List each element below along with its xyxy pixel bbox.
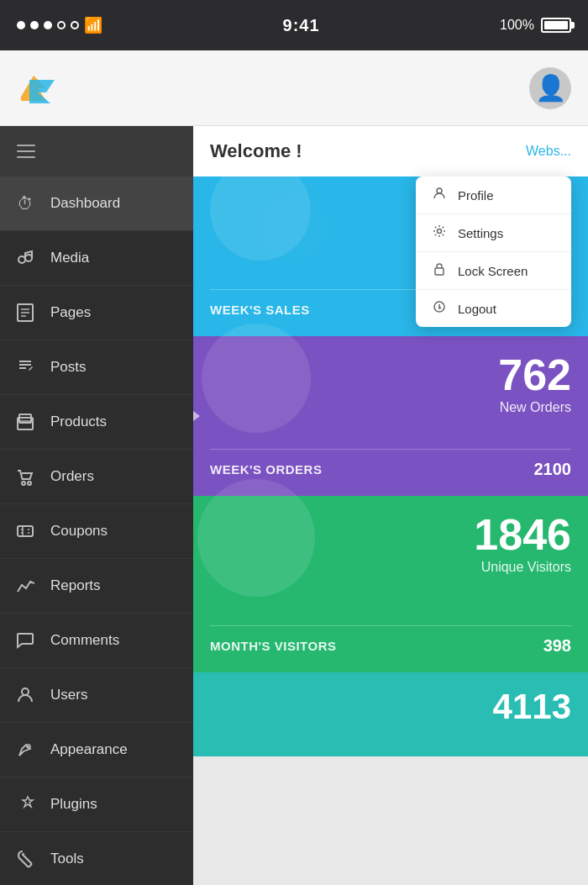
website-link[interactable]: Webs... [526, 144, 571, 159]
profile-icon [431, 187, 448, 203]
sidebar-item-tools[interactable]: Tools [0, 832, 193, 885]
sidebar-item-products[interactable]: Products [0, 395, 193, 450]
sidebar-item-coupons[interactable]: Coupons [0, 504, 193, 559]
deco-circle-3 [202, 324, 311, 433]
svg-point-15 [28, 482, 31, 485]
logo [17, 71, 59, 105]
signal-dot-5 [71, 21, 79, 29]
dashboard-icon: ⏱ [13, 191, 38, 216]
stat-sub-orders: WEEK'S ORDERS 2100 [210, 449, 571, 479]
dropdown-item-lockscreen[interactable]: Lock Screen [416, 252, 571, 290]
battery-icon [541, 18, 571, 33]
avatar-icon: 👤 [535, 73, 566, 103]
media-icon [13, 245, 38, 271]
status-right: 100% [500, 18, 571, 33]
sidebar-label-reports: Reports [50, 577, 101, 594]
stat-sub-label-visitors: MONTH'S VISITORS [210, 639, 336, 653]
sidebar-label-appearance: Appearance [50, 741, 128, 758]
user-dropdown-menu: Profile Settings Lock Screen [416, 176, 571, 327]
orders-icon [13, 464, 38, 489]
svg-point-20 [438, 229, 442, 234]
stat-main-teal: 4113 [210, 689, 571, 724]
sidebar-label-pages: Pages [50, 304, 91, 321]
svg-point-19 [437, 188, 442, 193]
sidebar-label-posts: Posts [50, 359, 87, 376]
sidebar-label-coupons: Coupons [50, 523, 108, 540]
dropdown-label-lockscreen: Lock Screen [458, 264, 528, 278]
sidebar-label-comments: Comments [50, 632, 119, 649]
chevron-right-icon [193, 406, 200, 426]
sidebar-item-appearance[interactable]: Appearance [0, 723, 193, 777]
dropdown-item-profile[interactable]: Profile [416, 176, 571, 214]
lock-icon [431, 262, 448, 279]
sidebar-item-pages[interactable]: Pages [0, 286, 193, 340]
wifi-icon: 📶 [84, 16, 102, 34]
dropdown-item-settings[interactable]: Settings [416, 214, 571, 252]
sidebar-item-plugins[interactable]: Plugins [0, 777, 193, 832]
svg-point-2 [18, 256, 25, 263]
battery-percent: 100% [500, 18, 534, 33]
sidebar-item-users[interactable]: Users [0, 668, 193, 723]
dropdown-label-settings: Settings [458, 226, 503, 240]
svg-rect-16 [18, 526, 33, 536]
sidebar-label-dashboard: Dashboard [50, 195, 120, 212]
signal-dot-2 [30, 21, 39, 29]
dropdown-label-profile: Profile [458, 188, 494, 203]
sidebar-item-orders[interactable]: Orders [0, 450, 193, 504]
dropdown-label-logout: Logout [458, 302, 496, 316]
stat-sub-value-orders: 2100 [534, 460, 572, 479]
svg-marker-1 [29, 80, 55, 103]
tools-icon [13, 846, 38, 872]
svg-point-3 [25, 255, 32, 261]
sidebar-label-tools: Tools [50, 851, 84, 867]
svg-point-14 [22, 482, 25, 485]
comments-icon [13, 628, 38, 653]
welcome-bar [0, 126, 193, 176]
svg-point-17 [22, 688, 29, 695]
avatar-button[interactable]: 👤 [529, 67, 571, 109]
status-bar: 📶 9:41 100% [0, 0, 588, 50]
stats-card-orders: 762 New Orders WEEK'S ORDERS 2100 [193, 336, 588, 496]
signal-dot-1 [17, 21, 25, 29]
stat-sub-value-visitors: 398 [543, 636, 571, 656]
dropdown-item-logout[interactable]: Logout [416, 290, 571, 327]
coupons-icon [13, 519, 38, 544]
deco-circle-5 [197, 479, 315, 597]
sidebar: ⏱ Dashboard Media Pag [0, 126, 193, 885]
stats-card-visitors: 1846 Unique Visitors MONTH'S VISITORS 39… [193, 496, 588, 672]
welcome-title: Welcome ! [210, 140, 302, 162]
sidebar-item-comments[interactable]: Comments [0, 614, 193, 668]
sidebar-item-posts[interactable]: Posts [0, 340, 193, 395]
appearance-icon [13, 737, 38, 762]
sidebar-label-plugins: Plugins [50, 796, 97, 813]
pages-icon [13, 300, 38, 325]
sidebar-label-media: Media [50, 250, 89, 266]
users-icon [13, 682, 38, 708]
top-header: 👤 [0, 50, 588, 126]
plugins-icon [13, 792, 38, 817]
battery-fill [544, 21, 568, 29]
svg-rect-21 [435, 268, 444, 275]
sidebar-item-reports[interactable]: Reports [0, 559, 193, 614]
menu-line-2 [17, 150, 35, 152]
main-layout: ⏱ Dashboard Media Pag [0, 126, 588, 885]
stat-sub-visitors: MONTH'S VISITORS 398 [210, 625, 571, 656]
sidebar-label-orders: Orders [50, 468, 94, 485]
sidebar-item-media[interactable]: Media [0, 231, 193, 286]
products-icon [13, 409, 38, 435]
menu-line-1 [17, 145, 35, 146]
stat-sub-label-sales: WEEK'S SALES [210, 303, 310, 317]
menu-line-3 [17, 156, 35, 158]
stat-number-teal: 4113 [210, 689, 571, 724]
logout-icon [431, 300, 448, 317]
posts-icon [13, 355, 38, 380]
status-left: 📶 [17, 16, 102, 34]
sidebar-item-dashboard[interactable]: ⏱ Dashboard [0, 176, 193, 231]
stats-card-teal: 4113 [193, 672, 588, 756]
signal-dot-4 [57, 21, 66, 29]
status-time: 9:41 [283, 16, 320, 35]
hamburger-menu[interactable] [13, 140, 39, 162]
signal-dot-3 [44, 21, 52, 29]
sidebar-label-products: Products [50, 414, 107, 430]
sidebar-label-users: Users [50, 687, 87, 703]
